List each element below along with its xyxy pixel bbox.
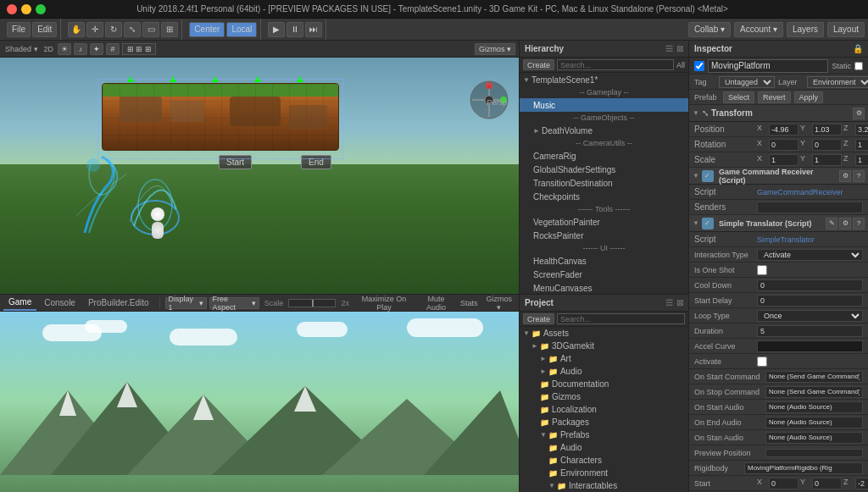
tree-packages[interactable]: 📁 Packages bbox=[520, 416, 688, 428]
rect-tool[interactable]: ▭ bbox=[142, 22, 159, 37]
st-component-header[interactable]: ▼ ✓ Simple Translator (Script) ✎ ⚙ ? bbox=[689, 215, 868, 232]
edit-menu[interactable]: Edit bbox=[32, 22, 57, 37]
scale-slider[interactable] bbox=[288, 299, 336, 307]
hierarchy-checkpoints[interactable]: Checkpoints bbox=[520, 190, 688, 203]
apply-btn[interactable]: Apply bbox=[794, 91, 824, 103]
pos-z-field[interactable] bbox=[855, 124, 868, 135]
inspector-lock-icon[interactable]: 🔒 bbox=[853, 44, 863, 53]
scale-x-field[interactable] bbox=[769, 154, 798, 166]
scene-light-toggle[interactable]: ☀ bbox=[58, 43, 71, 55]
start-marker-btn[interactable]: Start bbox=[219, 155, 252, 169]
tree-audio[interactable]: ► 📁 Audio bbox=[520, 365, 688, 378]
accel-curve-field[interactable] bbox=[757, 340, 863, 352]
stats-btn[interactable]: Stats bbox=[459, 295, 480, 312]
st-edit-btn[interactable]: ✎ bbox=[826, 218, 837, 229]
tree-prefabs[interactable]: ▼ 📁 Prefabs bbox=[520, 428, 688, 441]
pos-y-field[interactable] bbox=[812, 124, 842, 135]
interaction-type-dropdown[interactable]: Activate bbox=[757, 249, 863, 261]
project-search[interactable] bbox=[557, 313, 685, 324]
tree-environment[interactable]: 📁 Environment bbox=[520, 467, 688, 479]
start-delay-field[interactable] bbox=[757, 295, 863, 307]
gcr-help-btn[interactable]: ? bbox=[853, 170, 865, 182]
tab-probuilder[interactable]: ProBuilder.Edito bbox=[83, 295, 154, 311]
tree-assets[interactable]: ▼ 📁 Assets bbox=[520, 327, 688, 340]
scale-z-field[interactable] bbox=[855, 154, 868, 166]
on-stan-audio-field[interactable] bbox=[765, 432, 863, 444]
tree-pref-audio[interactable]: 📁 Audio bbox=[520, 441, 688, 454]
hierarchy-globalshader[interactable]: GlobalShaderSettings bbox=[520, 163, 688, 176]
tree-interactables[interactable]: ▼ 📁 Interactables bbox=[520, 479, 688, 492]
display-dropdown[interactable]: Display 1▾ bbox=[165, 297, 207, 309]
end-marker-btn[interactable]: End bbox=[301, 155, 331, 169]
revert-btn[interactable]: Revert bbox=[758, 91, 791, 103]
static-checkbox[interactable] bbox=[854, 62, 863, 70]
loop-type-dropdown[interactable]: Once bbox=[757, 310, 863, 322]
start-z-field[interactable] bbox=[855, 478, 868, 489]
minimize-button[interactable] bbox=[21, 4, 31, 14]
activate-checkbox[interactable] bbox=[757, 357, 767, 367]
2d-toggle[interactable]: 2D bbox=[42, 45, 56, 53]
layers-button[interactable]: Layers bbox=[787, 22, 824, 37]
on-start-cmd-field[interactable] bbox=[765, 371, 863, 383]
hierarchy-camerarig[interactable]: CameraRig bbox=[520, 149, 688, 163]
preview-pos-slider[interactable] bbox=[765, 449, 863, 457]
hierarchy-create-btn[interactable]: Create bbox=[523, 59, 554, 70]
rigidbody-field[interactable] bbox=[744, 462, 863, 474]
rot-x-field[interactable] bbox=[769, 139, 798, 151]
local-btn[interactable]: Local bbox=[226, 22, 257, 37]
gcr-senders-field[interactable] bbox=[757, 202, 863, 213]
tree-characters[interactable]: 📁 Characters bbox=[520, 454, 688, 467]
pause-button[interactable]: ⏸ bbox=[287, 22, 303, 37]
st-help-btn[interactable]: ? bbox=[853, 218, 865, 229]
tree-documentation[interactable]: 📁 Documentation bbox=[520, 378, 688, 390]
duration-field[interactable] bbox=[757, 325, 863, 337]
collab-button[interactable]: Collab ▾ bbox=[688, 22, 731, 37]
file-menu[interactable]: File bbox=[7, 22, 31, 37]
transform-settings-btn[interactable]: ⚙ bbox=[853, 108, 865, 119]
hierarchy-healthcanvas[interactable]: HealthCanvas bbox=[520, 254, 688, 268]
gizmos-btn[interactable]: Gizmos ▾ bbox=[482, 295, 515, 312]
object-name-field[interactable] bbox=[708, 59, 828, 73]
maximize-button[interactable] bbox=[36, 4, 46, 14]
hierarchy-music[interactable]: Music bbox=[520, 98, 688, 112]
scene-audio-toggle[interactable]: ♪ bbox=[74, 43, 87, 55]
hierarchy-all-btn[interactable]: All bbox=[676, 61, 685, 69]
hierarchy-transition[interactable]: TransitionDestination bbox=[520, 176, 688, 190]
project-create-btn[interactable]: Create bbox=[523, 313, 554, 324]
tree-art[interactable]: ► 📁 Art bbox=[520, 352, 688, 365]
hierarchy-search[interactable] bbox=[557, 59, 674, 70]
tree-gizmos[interactable]: 📁 Gizmos bbox=[520, 390, 688, 403]
scale-tool[interactable]: ⤡ bbox=[124, 22, 141, 37]
select-btn[interactable]: Select bbox=[723, 91, 754, 103]
hierarchy-vegpainter[interactable]: VegetationPainter bbox=[520, 215, 688, 229]
pos-x-field[interactable] bbox=[769, 124, 798, 135]
object-active-checkbox[interactable] bbox=[694, 61, 704, 71]
layout-button[interactable]: Layout bbox=[827, 22, 865, 37]
tag-dropdown[interactable]: Untagged bbox=[719, 76, 775, 88]
on-end-audio-field[interactable] bbox=[765, 417, 863, 428]
tab-console[interactable]: Console bbox=[39, 295, 81, 311]
rot-z-field[interactable] bbox=[855, 139, 868, 151]
layer-dropdown[interactable]: Environment bbox=[807, 76, 868, 88]
mute-audio-btn[interactable]: Mute Audio bbox=[417, 295, 455, 312]
rotate-tool[interactable]: ↻ bbox=[105, 22, 122, 37]
shaded-dropdown[interactable]: Shaded ▾ bbox=[3, 45, 40, 53]
hierarchy-scene-root[interactable]: ▼ TemplateScene1* bbox=[520, 73, 688, 86]
close-button[interactable] bbox=[7, 4, 17, 14]
scene-tools-group[interactable]: ⊞ ⊞ ⊞ bbox=[122, 43, 156, 55]
multi-tool[interactable]: ⊞ bbox=[161, 22, 178, 37]
tree-localization[interactable]: 📁 Localization bbox=[520, 403, 688, 416]
account-button[interactable]: Account ▾ bbox=[734, 22, 783, 37]
rot-y-field[interactable] bbox=[812, 139, 842, 151]
hierarchy-rockspainter[interactable]: RocksPainter bbox=[520, 229, 688, 242]
hierarchy-screenfader[interactable]: ScreenFader bbox=[520, 268, 688, 281]
gcr-settings-btn[interactable]: ⚙ bbox=[839, 170, 851, 182]
scene-fx-toggle[interactable]: ✦ bbox=[90, 43, 103, 55]
start-y-field[interactable] bbox=[812, 478, 842, 489]
gcr-component-header[interactable]: ▼ ✓ Game Command Receiver (Script) ⚙ ? bbox=[689, 168, 868, 185]
cool-down-field[interactable] bbox=[757, 279, 863, 291]
tab-game[interactable]: Game bbox=[3, 295, 36, 311]
st-settings-btn[interactable]: ⚙ bbox=[839, 218, 851, 229]
play-button[interactable]: ▶ bbox=[268, 22, 285, 37]
hand-tool[interactable]: ✋ bbox=[68, 22, 85, 37]
